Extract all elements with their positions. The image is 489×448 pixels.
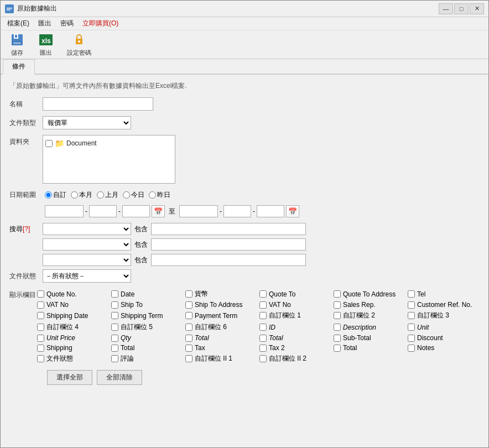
doc-type-select[interactable]: 報價單 [43, 116, 131, 129]
display-col-sub_total[interactable]: Sub-Total [334, 334, 405, 342]
display-col-currency[interactable]: 貨幣 [185, 289, 257, 299]
display-col-date[interactable]: Date [111, 289, 183, 299]
radio-yesterday[interactable]: 昨日 [149, 190, 170, 200]
checkbox-date[interactable] [111, 290, 118, 298]
menu-password[interactable]: 密碼 [56, 18, 78, 29]
checkbox-custom_ii_2[interactable] [259, 355, 267, 362]
display-col-description[interactable]: Description [334, 322, 405, 332]
checkbox-total[interactable] [185, 335, 193, 342]
date-to-d[interactable] [257, 205, 284, 217]
search-field-1[interactable] [43, 223, 131, 235]
display-col-total3[interactable]: Total [111, 344, 183, 352]
display-col-quote_no[interactable]: Quote No. [37, 289, 109, 299]
menu-export[interactable]: 匯出 [34, 18, 56, 29]
display-col-shipping_date[interactable]: Shipping Date [37, 311, 109, 320]
tab-conditions[interactable]: 條件 [3, 59, 35, 75]
display-col-tax2[interactable]: Tax 2 [259, 344, 331, 352]
checkbox-vat_no2[interactable] [259, 301, 267, 309]
checkbox-notes[interactable] [408, 345, 415, 352]
search-field-3[interactable] [43, 254, 131, 266]
checkbox-discount[interactable] [408, 335, 415, 342]
checkbox-description[interactable] [334, 324, 341, 331]
display-col-doc_status[interactable]: 文件狀態 [37, 354, 109, 363]
radio-last-month[interactable]: 上月 [97, 190, 118, 200]
display-col-payment_term[interactable]: Payment Term [185, 311, 257, 320]
checkbox-shipping_term[interactable] [111, 312, 118, 319]
display-col-comment[interactable]: 評論 [111, 354, 183, 363]
display-col-unit_price[interactable]: Unit Price [37, 334, 109, 342]
checkbox-sales_rep[interactable] [334, 301, 341, 309]
checkbox-currency[interactable] [185, 290, 193, 298]
calendar-from-button[interactable]: 📅 [152, 205, 165, 217]
checkbox-custom6[interactable] [185, 324, 193, 331]
display-col-total4[interactable]: Total [334, 344, 405, 352]
display-col-quote_to[interactable]: Quote To [259, 289, 331, 299]
checkbox-shipping[interactable] [37, 345, 44, 352]
display-col-unit[interactable]: Unit [408, 322, 480, 332]
export-button[interactable]: xls 匯出 [34, 30, 58, 59]
display-col-ship_to[interactable]: Ship To [111, 301, 183, 309]
checkbox-custom3[interactable] [408, 312, 415, 319]
display-col-quote_to_address[interactable]: Quote To Address [334, 289, 405, 299]
display-col-custom_ii_2[interactable]: 自訂欄位 II 2 [259, 354, 331, 363]
checkbox-total4[interactable] [334, 345, 341, 352]
checkbox-tax2[interactable] [259, 345, 267, 352]
checkbox-custom2[interactable] [334, 312, 341, 319]
calendar-to-button[interactable]: 📅 [286, 205, 299, 217]
checkbox-sub_total[interactable] [334, 335, 341, 342]
search-value-1[interactable] [151, 223, 306, 235]
display-col-notes[interactable]: Notes [408, 344, 480, 352]
display-col-total[interactable]: Total [185, 334, 257, 342]
folder-tree[interactable]: 📁 Document [43, 135, 175, 184]
display-col-tel[interactable]: Tel [408, 289, 480, 299]
checkbox-customer_ref[interactable] [408, 301, 415, 309]
display-col-qty[interactable]: Qty [111, 334, 183, 342]
name-input[interactable] [43, 97, 153, 111]
maximize-button[interactable]: □ [454, 3, 469, 14]
checkbox-tel[interactable] [408, 290, 415, 298]
checkbox-doc_status[interactable] [37, 355, 44, 362]
checkbox-unit_price[interactable] [37, 335, 44, 342]
display-col-vat_no[interactable]: VAT No [37, 301, 109, 309]
date-from-y[interactable] [45, 205, 84, 217]
checkbox-unit[interactable] [408, 324, 415, 331]
checkbox-custom4[interactable] [37, 324, 44, 331]
checkbox-ship_to[interactable] [111, 301, 118, 309]
checkbox-total3[interactable] [111, 345, 118, 352]
date-to-m[interactable] [223, 205, 251, 217]
display-col-custom_ii_1[interactable]: 自訂欄位 II 1 [185, 354, 257, 363]
checkbox-quote_to[interactable] [259, 290, 267, 298]
checkbox-custom1[interactable] [259, 312, 267, 319]
checkbox-payment_term[interactable] [185, 312, 193, 319]
radio-this-month[interactable]: 本月 [71, 190, 92, 200]
set-password-button[interactable]: 設定密碼 [63, 30, 96, 59]
checkbox-qty[interactable] [111, 335, 118, 342]
search-value-2[interactable] [151, 238, 306, 251]
display-col-total2[interactable]: Total [259, 334, 331, 342]
status-select[interactable]: －所有狀態－ [43, 269, 131, 283]
display-col-tax[interactable]: Tax [185, 344, 257, 352]
checkbox-vat_no[interactable] [37, 301, 44, 309]
date-from-m[interactable] [89, 205, 117, 217]
folder-checkbox[interactable] [45, 140, 53, 147]
search-field-2[interactable] [43, 238, 131, 251]
checkbox-id[interactable] [259, 324, 267, 331]
close-button[interactable]: ✕ [470, 3, 484, 14]
display-col-custom3[interactable]: 自訂欄位 3 [408, 311, 480, 320]
save-button[interactable]: 儲存 [5, 30, 29, 59]
date-from-d[interactable] [122, 205, 150, 217]
display-col-custom4[interactable]: 自訂欄位 4 [37, 322, 109, 332]
menu-file[interactable]: 檔案(E) [3, 18, 34, 29]
display-col-ship_to_address[interactable]: Ship To Address [185, 301, 257, 309]
checkbox-quote_to_address[interactable] [334, 290, 341, 298]
display-col-custom5[interactable]: 自訂欄位 5 [111, 322, 183, 332]
minimize-button[interactable]: — [439, 3, 453, 14]
radio-today[interactable]: 今日 [123, 190, 144, 200]
display-col-vat_no2[interactable]: VAT No [259, 301, 331, 309]
select-all-button[interactable]: 選擇全部 [47, 370, 92, 385]
display-col-custom2[interactable]: 自訂欄位 2 [334, 311, 405, 320]
clear-all-button[interactable]: 全部清除 [97, 370, 142, 385]
display-col-custom1[interactable]: 自訂欄位 1 [259, 311, 331, 320]
display-col-shipping_term[interactable]: Shipping Term [111, 311, 183, 320]
checkbox-tax[interactable] [185, 345, 193, 352]
